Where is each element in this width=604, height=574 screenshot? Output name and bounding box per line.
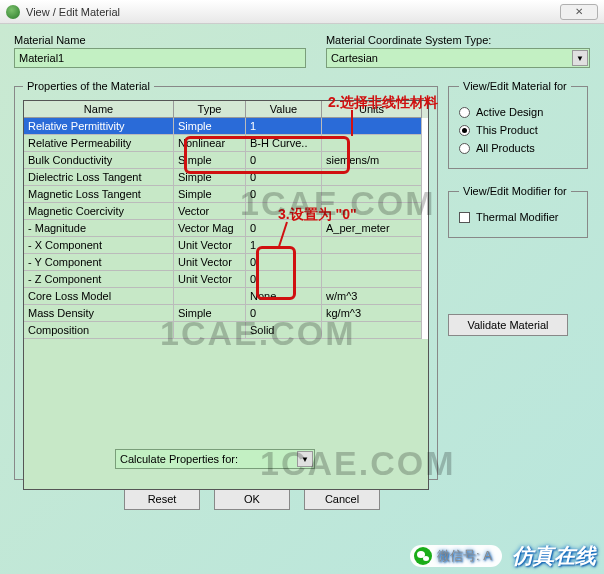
view-for-legend: View/Edit Material for xyxy=(459,80,571,92)
cell-name[interactable]: - Y Component xyxy=(24,254,174,271)
cell-type[interactable] xyxy=(174,288,246,305)
radio-label: All Products xyxy=(476,142,535,154)
cell-name[interactable]: Dielectric Loss Tangent xyxy=(24,169,174,186)
cell-value[interactable]: 0 xyxy=(246,186,322,203)
table-row[interactable]: - MagnitudeVector Mag0A_per_meter xyxy=(24,220,428,237)
material-name-label: Material Name xyxy=(14,34,306,46)
cell-units[interactable] xyxy=(322,169,422,186)
col-name-header: Name xyxy=(24,101,174,118)
cell-type[interactable]: Unit Vector xyxy=(174,237,246,254)
cell-type[interactable]: Unit Vector xyxy=(174,271,246,288)
cell-units[interactable]: siemens/m xyxy=(322,152,422,169)
radio-option[interactable] xyxy=(459,125,470,136)
cell-name[interactable]: Composition xyxy=(24,322,174,339)
cell-units[interactable] xyxy=(322,254,422,271)
cell-name[interactable]: Relative Permeability xyxy=(24,135,174,152)
reset-button[interactable]: Reset xyxy=(124,488,200,510)
cell-value[interactable]: 0 xyxy=(246,220,322,237)
radio-option[interactable] xyxy=(459,143,470,154)
wechat-text: 微信号: A xyxy=(437,547,492,565)
cell-value[interactable]: 0 xyxy=(246,169,322,186)
wechat-badge: 微信号: A xyxy=(410,545,502,567)
radio-label: Active Design xyxy=(476,106,543,118)
cell-type[interactable]: Simple xyxy=(174,169,246,186)
modifier-fieldset: View/Edit Modifier for Thermal Modifier xyxy=(448,185,588,238)
modifier-legend: View/Edit Modifier for xyxy=(459,185,571,197)
cell-units[interactable] xyxy=(322,135,422,152)
cancel-button[interactable]: Cancel xyxy=(304,488,380,510)
footer-watermark: 微信号: A 仿真在线 xyxy=(410,542,596,570)
cell-type[interactable]: Simple xyxy=(174,186,246,203)
cell-units[interactable] xyxy=(322,271,422,288)
cell-value[interactable]: 0 xyxy=(246,254,322,271)
cell-value[interactable]: Solid xyxy=(246,322,322,339)
table-row[interactable]: Magnetic CoercivityVector xyxy=(24,203,428,220)
properties-grid[interactable]: Name Type Value Units Relative Permittiv… xyxy=(23,100,429,490)
table-row[interactable]: Core Loss ModelNonew/m^3 xyxy=(24,288,428,305)
cell-type[interactable]: Simple xyxy=(174,305,246,322)
cell-type[interactable]: Vector Mag xyxy=(174,220,246,237)
brand-text: 仿真在线 xyxy=(512,542,596,570)
cell-value[interactable] xyxy=(246,203,322,220)
table-row[interactable]: - Z ComponentUnit Vector0 xyxy=(24,271,428,288)
wechat-icon xyxy=(414,547,432,565)
cell-units[interactable] xyxy=(322,237,422,254)
close-button[interactable]: ✕ xyxy=(560,4,598,20)
table-row[interactable]: Relative PermittivitySimple1 xyxy=(24,118,428,135)
cell-name[interactable]: Bulk Conductivity xyxy=(24,152,174,169)
coord-type-label: Material Coordinate System Type: xyxy=(326,34,590,46)
view-for-fieldset: View/Edit Material for Active DesignThis… xyxy=(448,80,588,169)
cell-type[interactable]: Simple xyxy=(174,152,246,169)
cell-value[interactable]: 0 xyxy=(246,152,322,169)
validate-button[interactable]: Validate Material xyxy=(448,314,568,336)
table-row[interactable]: Dielectric Loss TangentSimple0 xyxy=(24,169,428,186)
table-row[interactable]: Mass DensitySimple0kg/m^3 xyxy=(24,305,428,322)
cell-name[interactable]: - Magnitude xyxy=(24,220,174,237)
cell-name[interactable]: Relative Permittivity xyxy=(24,118,174,135)
thermal-checkbox[interactable] xyxy=(459,212,470,223)
cell-units[interactable]: kg/m^3 xyxy=(322,305,422,322)
table-row[interactable]: Magnetic Loss TangentSimple0 xyxy=(24,186,428,203)
cell-units[interactable] xyxy=(322,118,422,135)
radio-option[interactable] xyxy=(459,107,470,118)
dropdown-arrow-icon[interactable]: ▼ xyxy=(297,451,313,467)
cell-value[interactable]: 1 xyxy=(246,237,322,254)
cell-value[interactable]: None xyxy=(246,288,322,305)
cell-type[interactable]: Vector xyxy=(174,203,246,220)
cell-value[interactable]: 0 xyxy=(246,271,322,288)
titlebar: View / Edit Material ✕ xyxy=(0,0,604,24)
table-row[interactable]: - X ComponentUnit Vector1 xyxy=(24,237,428,254)
table-row[interactable]: CompositionSolid xyxy=(24,322,428,339)
cell-value[interactable]: 0 xyxy=(246,305,322,322)
cell-type[interactable] xyxy=(174,322,246,339)
cell-name[interactable]: Mass Density xyxy=(24,305,174,322)
col-units-header: Units xyxy=(322,101,422,118)
cell-type[interactable]: Unit Vector xyxy=(174,254,246,271)
properties-legend: Properties of the Material xyxy=(23,80,154,92)
cell-type[interactable]: Nonlinear xyxy=(174,135,246,152)
material-name-input[interactable] xyxy=(14,48,306,68)
col-value-header: Value xyxy=(246,101,322,118)
table-row[interactable]: Bulk ConductivitySimple0siemens/m xyxy=(24,152,428,169)
cell-name[interactable]: - X Component xyxy=(24,237,174,254)
cell-value[interactable]: B-H Curve.. xyxy=(246,135,322,152)
cell-name[interactable]: Magnetic Coercivity xyxy=(24,203,174,220)
table-row[interactable]: - Y ComponentUnit Vector0 xyxy=(24,254,428,271)
properties-fieldset: Properties of the Material Name Type Val… xyxy=(14,80,438,480)
cell-name[interactable]: - Z Component xyxy=(24,271,174,288)
cell-units[interactable]: w/m^3 xyxy=(322,288,422,305)
cell-units[interactable] xyxy=(322,186,422,203)
dropdown-arrow-icon[interactable]: ▼ xyxy=(572,50,588,66)
coord-type-select[interactable] xyxy=(326,48,590,68)
cell-type[interactable]: Simple xyxy=(174,118,246,135)
cell-units[interactable] xyxy=(322,203,422,220)
ok-button[interactable]: OK xyxy=(214,488,290,510)
cell-name[interactable]: Magnetic Loss Tangent xyxy=(24,186,174,203)
cell-units[interactable]: A_per_meter xyxy=(322,220,422,237)
table-row[interactable]: Relative PermeabilityNonlinearB-H Curve.… xyxy=(24,135,428,152)
calc-properties-select[interactable] xyxy=(115,449,315,469)
cell-name[interactable]: Core Loss Model xyxy=(24,288,174,305)
thermal-label: Thermal Modifier xyxy=(476,211,559,223)
cell-units[interactable] xyxy=(322,322,422,339)
cell-value[interactable]: 1 xyxy=(246,118,322,135)
